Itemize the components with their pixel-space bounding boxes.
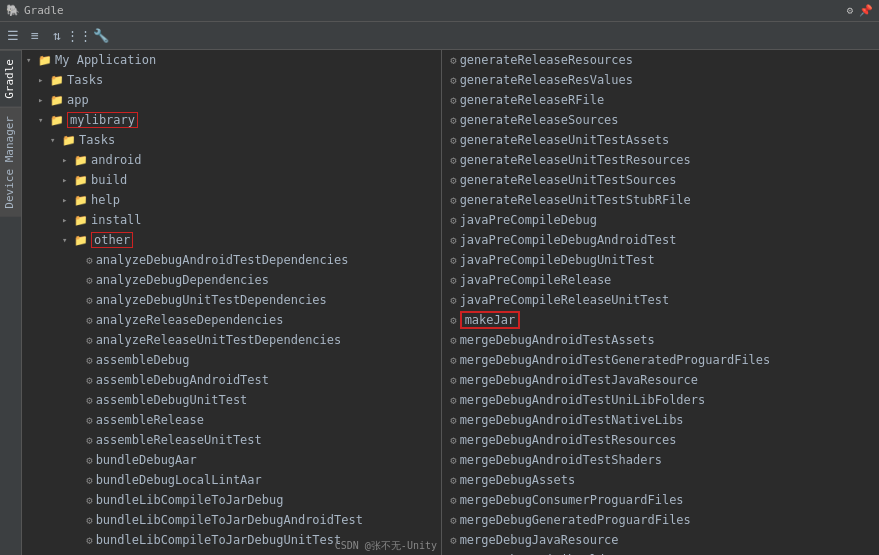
tree-item-tasks-root[interactable]: 📁 Tasks bbox=[22, 70, 441, 90]
list-item[interactable]: ⚙mergeDebugAndroidTestAssets bbox=[442, 330, 879, 350]
expand-arrow bbox=[38, 95, 50, 105]
expand-arrow bbox=[38, 75, 50, 85]
list-item[interactable]: ⚙assembleDebugUnitTest bbox=[22, 390, 441, 410]
list-item[interactable]: ⚙mergeDebugAndroidTestGeneratedProguardF… bbox=[442, 350, 879, 370]
tree-item-mylibrary-tasks[interactable]: 📁 Tasks bbox=[22, 130, 441, 150]
task-gear-icon: ⚙ bbox=[450, 234, 457, 247]
folder-icon: 📁 bbox=[50, 94, 64, 107]
list-item[interactable]: ⚙generateReleaseResValues bbox=[442, 70, 879, 90]
tab-device-manager[interactable]: Device Manager bbox=[0, 107, 21, 217]
tree-item-app[interactable]: 📁 app bbox=[22, 90, 441, 110]
pin-button[interactable]: 📌 bbox=[859, 4, 873, 17]
tree-item-mylibrary[interactable]: 📁 mylibrary bbox=[22, 110, 441, 130]
list-item[interactable]: ⚙generateReleaseUnitTestStubRFile bbox=[442, 190, 879, 210]
list-item[interactable]: ⚙generateReleaseSources bbox=[442, 110, 879, 130]
settings-icon[interactable]: 🔧 bbox=[92, 27, 110, 45]
list-item[interactable]: ⚙makeJar bbox=[442, 310, 879, 330]
list-item[interactable]: ⚙analyzeDebugAndroidTestDependencies bbox=[22, 250, 441, 270]
sort-icon[interactable]: ⇅ bbox=[48, 27, 66, 45]
tree-item-android[interactable]: 📁 android bbox=[22, 150, 441, 170]
task-label: mergeDebugAndroidTestAssets bbox=[460, 333, 655, 347]
task-label: bundleDebugAar bbox=[96, 453, 197, 467]
list-item[interactable]: ⚙mergeDebugAndroidTestUniLibFolders bbox=[442, 390, 879, 410]
list-item[interactable]: ⚙mergeDebugAndroidTestShaders bbox=[442, 450, 879, 470]
expand-all-icon[interactable]: ☰ bbox=[4, 27, 22, 45]
task-gear-icon: ⚙ bbox=[86, 294, 93, 307]
list-item[interactable]: ⚙mergeDebugAndroidTestNativeLibs bbox=[442, 410, 879, 430]
list-item[interactable]: ⚙mergeDebugJavaResource bbox=[442, 530, 879, 550]
item-label: My Application bbox=[55, 53, 156, 67]
list-item[interactable]: ⚙mergeDebugGeneratedProguardFiles bbox=[442, 510, 879, 530]
folder-icon: 📁 bbox=[50, 114, 64, 127]
list-item[interactable]: ⚙javaPreCompileDebugUnitTest bbox=[442, 250, 879, 270]
list-item[interactable]: ⚙analyzeDebugUnitTestDependencies bbox=[22, 290, 441, 310]
task-gear-icon: ⚙ bbox=[450, 314, 457, 327]
expand-arrow bbox=[50, 135, 62, 145]
tree-item-my-application[interactable]: 📁 My Application bbox=[22, 50, 441, 70]
list-item[interactable]: ⚙javaPreCompileReleaseUnitTest bbox=[442, 290, 879, 310]
folder-icon: 📁 bbox=[38, 54, 52, 67]
task-gear-icon: ⚙ bbox=[450, 254, 457, 267]
item-label: android bbox=[91, 153, 142, 167]
list-item[interactable]: ⚙bundleLibCompileToJarDebugAndroidTest bbox=[22, 510, 441, 530]
tree-item-build[interactable]: 📁 build bbox=[22, 170, 441, 190]
gear-button[interactable]: ⚙ bbox=[846, 4, 853, 17]
list-item[interactable]: ⚙generateReleaseResources bbox=[442, 50, 879, 70]
list-item[interactable]: ⚙mergeDebugAssets bbox=[442, 470, 879, 490]
task-gear-icon: ⚙ bbox=[450, 114, 457, 127]
list-item[interactable]: ⚙generateReleaseUnitTestAssets bbox=[442, 130, 879, 150]
tab-gradle[interactable]: Gradle bbox=[0, 50, 21, 107]
task-label: mergeDebugAssets bbox=[460, 473, 576, 487]
task-label: mergeDebugAndroidTestNativeLibs bbox=[460, 413, 684, 427]
group-icon[interactable]: ⋮⋮ bbox=[70, 27, 88, 45]
list-item[interactable]: ⚙generateReleaseRFile bbox=[442, 90, 879, 110]
item-label: app bbox=[67, 93, 89, 107]
list-item[interactable]: ⚙javaPreCompileDebugAndroidTest bbox=[442, 230, 879, 250]
task-label: javaPreCompileReleaseUnitTest bbox=[460, 293, 670, 307]
item-label: Tasks bbox=[79, 133, 115, 147]
task-label: makeJar bbox=[460, 311, 521, 329]
list-item[interactable]: ⚙analyzeReleaseUnitTestDependencies bbox=[22, 330, 441, 350]
task-gear-icon: ⚙ bbox=[86, 494, 93, 507]
list-item[interactable]: ⚙analyzeDebugDependencies bbox=[22, 270, 441, 290]
task-label: assembleDebugAndroidTest bbox=[96, 373, 269, 387]
task-label: analyzeReleaseUnitTestDependencies bbox=[96, 333, 342, 347]
list-item[interactable]: ⚙generateReleaseUnitTestSources bbox=[442, 170, 879, 190]
list-item[interactable]: ⚙bundleDebugLocalLintAar bbox=[22, 470, 441, 490]
task-gear-icon: ⚙ bbox=[450, 394, 457, 407]
list-item[interactable]: ⚙assembleDebugAndroidTest bbox=[22, 370, 441, 390]
list-item[interactable]: ⚙analyzeReleaseDependencies bbox=[22, 310, 441, 330]
task-label: analyzeDebugAndroidTestDependencies bbox=[96, 253, 349, 267]
expand-arrow bbox=[38, 115, 50, 125]
collapse-all-icon[interactable]: ≡ bbox=[26, 27, 44, 45]
list-item[interactable]: ⚙bundleDebugAar bbox=[22, 450, 441, 470]
list-item[interactable]: ⚙assembleRelease bbox=[22, 410, 441, 430]
tree-item-help[interactable]: 📁 help bbox=[22, 190, 441, 210]
task-gear-icon: ⚙ bbox=[86, 334, 93, 347]
toolbar: ☰ ≡ ⇅ ⋮⋮ 🔧 bbox=[0, 22, 879, 50]
task-gear-icon: ⚙ bbox=[450, 54, 457, 67]
task-gear-icon: ⚙ bbox=[450, 174, 457, 187]
tree-item-other[interactable]: 📁 other bbox=[22, 230, 441, 250]
tree-area: 📁 My Application 📁 Tasks 📁 app 📁 mylibra… bbox=[22, 50, 441, 555]
list-item[interactable]: ⚙assembleDebug bbox=[22, 350, 441, 370]
task-label: mergeDebugAndroidTestShaders bbox=[460, 453, 662, 467]
list-item[interactable]: ⚙bundleLibCompileToJarDebug bbox=[22, 490, 441, 510]
task-label: generateReleaseUnitTestStubRFile bbox=[460, 193, 691, 207]
folder-icon: 📁 bbox=[74, 234, 88, 247]
list-item[interactable]: ⚙javaPreCompileRelease bbox=[442, 270, 879, 290]
task-gear-icon: ⚙ bbox=[86, 474, 93, 487]
list-item[interactable]: ⚙mergeDebugConsumerProguardFiles bbox=[442, 490, 879, 510]
task-label: bundleLibCompileToJarDebug bbox=[96, 493, 284, 507]
tree-item-install[interactable]: 📁 install bbox=[22, 210, 441, 230]
list-item[interactable]: ⚙mergeDebugAndroidTestResources bbox=[442, 430, 879, 450]
list-item[interactable]: ⚙mergeDebugJniLibFolders bbox=[442, 550, 879, 555]
task-gear-icon: ⚙ bbox=[450, 74, 457, 87]
list-item[interactable]: ⚙generateReleaseUnitTestResources bbox=[442, 150, 879, 170]
task-gear-icon: ⚙ bbox=[450, 474, 457, 487]
list-item[interactable]: ⚙javaPreCompileDebug bbox=[442, 210, 879, 230]
task-label: mergeDebugConsumerProguardFiles bbox=[460, 493, 684, 507]
list-item[interactable]: ⚙assembleReleaseUnitTest bbox=[22, 430, 441, 450]
task-gear-icon: ⚙ bbox=[450, 194, 457, 207]
list-item[interactable]: ⚙mergeDebugAndroidTestJavaResource bbox=[442, 370, 879, 390]
